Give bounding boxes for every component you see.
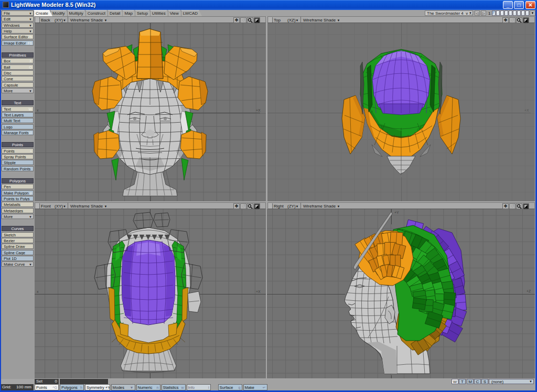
svg-text:+X: +X [256, 290, 261, 293]
svg-text:+Z: +Z [527, 289, 531, 293]
svg-text:x: x [37, 290, 39, 293]
svg-text:+X: +X [524, 108, 529, 112]
svg-text:+X: +X [256, 108, 261, 112]
svg-text:x: x [37, 108, 39, 112]
svg-text:+Y: +Y [394, 211, 399, 214]
